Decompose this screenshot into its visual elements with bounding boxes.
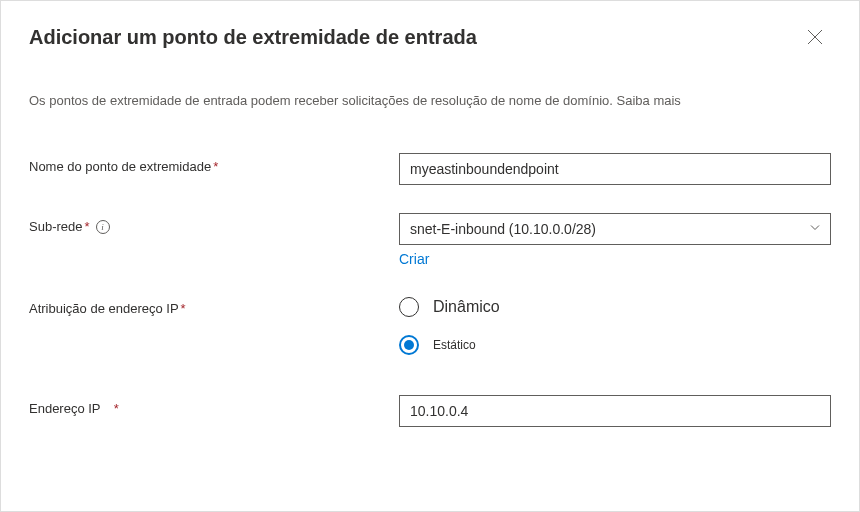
info-icon[interactable]: i bbox=[96, 220, 110, 234]
radio-label: Dinâmico bbox=[433, 298, 500, 316]
required-indicator: * bbox=[114, 401, 119, 416]
ip-assignment-label: Atribuição de endereço IP* bbox=[29, 295, 399, 316]
endpoint-name-input[interactable] bbox=[399, 153, 831, 185]
ip-address-input[interactable] bbox=[399, 395, 831, 427]
ip-address-label: Endereço IP * bbox=[29, 395, 399, 416]
ip-assignment-radio-group: Dinâmico Estático bbox=[399, 295, 831, 355]
subnet-label: Sub-rede* i bbox=[29, 213, 399, 234]
close-icon bbox=[807, 29, 823, 45]
panel-description: Os pontos de extremidade de entrada pode… bbox=[29, 93, 831, 108]
required-indicator: * bbox=[84, 219, 89, 234]
endpoint-name-row: Nome do ponto de extremidade* bbox=[29, 153, 831, 185]
radio-static[interactable]: Estático bbox=[399, 335, 831, 355]
subnet-select[interactable]: snet-E-inbound (10.10.0.0/28) bbox=[399, 213, 831, 245]
required-indicator: * bbox=[213, 159, 218, 174]
radio-circle-selected-icon bbox=[399, 335, 419, 355]
radio-dynamic[interactable]: Dinâmico bbox=[399, 297, 831, 317]
panel-header: Adicionar um ponto de extremidade de ent… bbox=[29, 21, 831, 53]
subnet-row: Sub-rede* i snet-E-inbound (10.10.0.0/28… bbox=[29, 213, 831, 267]
radio-dot-icon bbox=[404, 340, 414, 350]
create-subnet-link[interactable]: Criar bbox=[399, 251, 429, 267]
ip-assignment-row: Atribuição de endereço IP* Dinâmico Está… bbox=[29, 295, 831, 355]
close-button[interactable] bbox=[799, 21, 831, 53]
panel-title: Adicionar um ponto de extremidade de ent… bbox=[29, 26, 477, 49]
required-indicator: * bbox=[181, 301, 186, 316]
ip-address-row: Endereço IP * bbox=[29, 395, 831, 427]
add-inbound-endpoint-panel: Adicionar um ponto de extremidade de ent… bbox=[0, 0, 860, 512]
endpoint-name-label: Nome do ponto de extremidade* bbox=[29, 153, 399, 174]
radio-label: Estático bbox=[433, 338, 476, 352]
radio-circle-icon bbox=[399, 297, 419, 317]
